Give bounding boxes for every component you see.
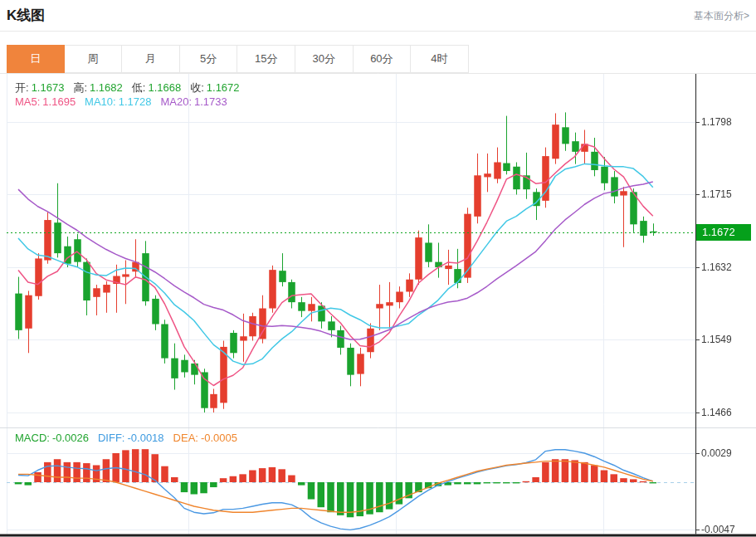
fundamental-analysis-link[interactable]: 基本面分析> [694,9,749,23]
legend-label: MACD: [15,432,50,444]
legend-label: MA10: [85,95,116,108]
legend-item: DEA:-0.0005 [173,432,237,444]
tab-60分[interactable]: 60分 [354,45,412,73]
legend-item: MA10:1.1728 [85,95,151,108]
legend-value: -0.0026 [52,432,89,444]
legend-value: 1.1672 [207,81,240,94]
legend-value: 1.1733 [194,95,227,108]
current-price-badge: 1.1672 [696,224,751,241]
macd-tick-label: 0.0029 [701,447,732,459]
legend-label: MA20: [160,95,192,108]
macd-tick-label: -0.0047 [701,524,735,535]
legend-label: 低: [132,81,146,94]
page-title: K线图 [7,6,45,25]
legend-item: MACD:-0.0026 [15,432,89,444]
legend-item: DIFF:-0.0018 [98,432,164,444]
kline-page: K线图 基本面分析> 日周月5分15分30分60分4时 开:1.1673高:1.… [0,0,756,537]
legend-label: DEA: [173,432,198,444]
legend-item: 低:1.1668 [132,81,181,94]
ohlc-legend: 开:1.1673高:1.1682低:1.1668收:1.1672 [15,81,249,95]
legend-value: 1.1695 [42,95,76,108]
legend-value: 1.1682 [90,81,123,94]
price-tick-label: 1.1798 [701,116,732,128]
legend-value: 1.1728 [119,95,152,108]
legend-item: 收:1.1672 [190,81,239,94]
legend-label: 高: [73,81,87,94]
header: K线图 基本面分析> [0,0,756,32]
legend-label: 收: [190,81,204,94]
price-tick-label: 1.1632 [701,261,732,273]
legend-label: MA5: [15,95,40,108]
ma-legend: MA5:1.1695MA10:1.1728MA20:1.1733 [15,95,237,108]
tab-月[interactable]: 月 [122,45,180,73]
tab-周[interactable]: 周 [65,45,123,73]
tab-5分[interactable]: 5分 [180,45,238,73]
tab-4时[interactable]: 4时 [411,45,469,73]
legend-item: MA5:1.1695 [15,95,76,108]
price-tick-label: 1.1549 [701,334,732,345]
legend-value: -0.0018 [127,432,163,444]
legend-item: 开:1.1673 [15,81,64,94]
tab-30分[interactable]: 30分 [295,45,354,73]
price-tick-label: 1.1466 [701,407,732,418]
legend-label: DIFF: [98,432,125,444]
legend-value: -0.0005 [201,432,237,444]
interval-tab-bar: 日周月5分15分30分60分4时 [7,45,469,73]
current-price-value: 1.1672 [702,226,735,238]
legend-item: 高:1.1682 [73,81,122,94]
tab-15分[interactable]: 15分 [237,45,295,73]
tab-日[interactable]: 日 [7,45,65,73]
price-tick-label: 1.1715 [701,188,732,200]
macd-legend: MACD:-0.0026DIFF:-0.0018DEA:-0.0005 [15,432,246,444]
legend-item: MA20:1.1733 [160,95,227,108]
legend-value: 1.1673 [32,81,65,94]
legend-value: 1.1668 [148,81,181,94]
legend-label: 开: [15,81,29,94]
